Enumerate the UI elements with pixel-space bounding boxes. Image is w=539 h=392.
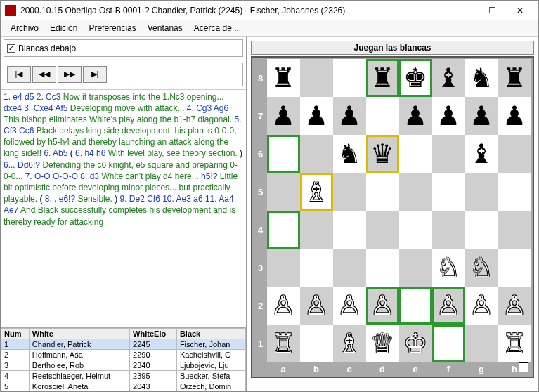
square-b4[interactable] <box>300 211 333 249</box>
square-c1[interactable]: ♗ <box>333 325 366 362</box>
nav-next-button[interactable]: ▶▶ <box>58 66 82 83</box>
piece-wp[interactable]: ♙ <box>370 292 394 319</box>
table-row[interactable]: 3Bertholee, Rob2340Ljubojevic, Lju <box>1 360 246 371</box>
square-f4[interactable] <box>432 211 465 249</box>
square-b6[interactable] <box>300 135 333 173</box>
square-c4[interactable] <box>333 211 366 249</box>
square-h6[interactable] <box>498 135 531 173</box>
piece-bn[interactable]: ♞ <box>469 65 493 91</box>
square-f1[interactable] <box>432 325 465 362</box>
piece-wr[interactable]: ♖ <box>502 330 526 357</box>
table-row[interactable]: 2Hoffmann, Asa2290Kacheishvili, G <box>1 350 246 360</box>
piece-bb[interactable]: ♝ <box>436 65 460 91</box>
piece-bp[interactable]: ♟ <box>271 103 295 129</box>
move-text[interactable]: 6. Ab5 <box>44 148 67 158</box>
square-d3[interactable] <box>366 249 399 287</box>
table-header[interactable]: White <box>29 329 129 339</box>
square-d7[interactable] <box>366 97 399 135</box>
piece-br[interactable]: ♜ <box>271 65 295 91</box>
menu-archivo[interactable]: Archivo <box>6 22 43 34</box>
minimize-button[interactable]: ― <box>450 2 478 19</box>
move-text[interactable]: 6... Dd6!? <box>4 160 42 170</box>
menu-acerca[interactable]: Acerca de ... <box>190 22 245 34</box>
square-a6[interactable] <box>267 135 300 173</box>
square-e3[interactable] <box>399 249 432 287</box>
games-table[interactable]: NumWhiteWhiteEloBlack1Chandler, Patrick2… <box>1 327 246 392</box>
square-f8[interactable]: ♝ <box>432 59 465 97</box>
piece-wr[interactable]: ♖ <box>271 330 295 357</box>
square-h1[interactable]: ♖ <box>498 325 531 362</box>
square-c5[interactable] <box>333 173 366 211</box>
square-g8[interactable]: ♞ <box>465 59 498 97</box>
square-g2[interactable]: ♙ <box>465 287 498 325</box>
menu-preferencias[interactable]: Preferencias <box>84 22 140 34</box>
table-row[interactable]: 5Korosciel, Aneta2043Orzech, Domin <box>1 381 246 392</box>
square-a2[interactable]: ♙ <box>267 287 300 325</box>
square-f7[interactable]: ♟ <box>432 97 465 135</box>
square-b2[interactable]: ♙ <box>300 287 333 325</box>
square-g4[interactable] <box>465 211 498 249</box>
square-b7[interactable]: ♟ <box>300 97 333 135</box>
square-f6[interactable] <box>432 135 465 173</box>
square-c3[interactable] <box>333 249 366 287</box>
square-e4[interactable] <box>399 211 432 249</box>
piece-wp[interactable]: ♙ <box>469 292 493 319</box>
table-row[interactable]: 4Reefschlaeger, Helmut2395Buecker, Stefa <box>1 371 246 381</box>
white-below-checkbox[interactable]: ✓ Blancas debajo <box>7 44 76 53</box>
piece-bb[interactable]: ♝ <box>469 141 493 167</box>
square-a4[interactable] <box>267 211 300 249</box>
square-a8[interactable]: ♜ <box>267 59 300 97</box>
square-c6[interactable]: ♞ <box>333 135 366 173</box>
piece-bp[interactable]: ♟ <box>337 103 361 129</box>
square-d8[interactable]: ♜ <box>366 59 399 97</box>
square-e6[interactable] <box>399 135 432 173</box>
square-c7[interactable]: ♟ <box>333 97 366 135</box>
piece-wp[interactable]: ♙ <box>304 292 328 319</box>
square-h5[interactable] <box>498 173 531 211</box>
piece-bp[interactable]: ♟ <box>502 103 526 129</box>
square-e2[interactable] <box>399 287 432 325</box>
square-a5[interactable] <box>267 173 300 211</box>
square-a7[interactable]: ♟ <box>267 97 300 135</box>
square-d4[interactable] <box>366 211 399 249</box>
square-g3[interactable]: ♘ <box>465 249 498 287</box>
square-b1[interactable] <box>300 325 333 362</box>
square-h4[interactable] <box>498 211 531 249</box>
piece-bp[interactable]: ♟ <box>304 103 328 129</box>
square-h3[interactable] <box>498 249 531 287</box>
square-f5[interactable] <box>432 173 465 211</box>
nav-last-button[interactable]: ▶| <box>83 66 107 83</box>
square-e7[interactable]: ♟ <box>399 97 432 135</box>
piece-wp[interactable]: ♙ <box>337 292 361 319</box>
moves-panel[interactable]: 1. e4 d5 2. Cc3 Now it transposes into t… <box>1 89 246 328</box>
move-text[interactable]: 1. e4 d5 2. Cc3 <box>4 92 63 102</box>
piece-wn[interactable]: ♘ <box>436 254 460 281</box>
piece-wb[interactable]: ♗ <box>337 330 361 357</box>
square-e8[interactable]: ♚ <box>399 59 432 97</box>
square-d2[interactable]: ♙ <box>366 287 399 325</box>
square-h7[interactable]: ♟ <box>498 97 531 135</box>
piece-bp[interactable]: ♟ <box>469 103 493 129</box>
nav-prev-button[interactable]: ◀◀ <box>32 66 56 83</box>
square-f2[interactable]: ♙ <box>432 287 465 325</box>
piece-wk[interactable]: ♔ <box>403 330 427 357</box>
square-d1[interactable]: ♕ <box>366 325 399 362</box>
piece-bn[interactable]: ♞ <box>337 141 361 167</box>
piece-bk[interactable]: ♚ <box>403 65 427 91</box>
move-text[interactable]: 8... e6!? <box>45 194 78 204</box>
nav-first-button[interactable]: |◀ <box>7 66 31 83</box>
piece-wb[interactable]: ♗ <box>304 178 328 205</box>
move-text[interactable]: h5!? <box>201 171 220 181</box>
piece-wp[interactable]: ♙ <box>271 292 295 319</box>
square-g5[interactable] <box>465 173 498 211</box>
menu-ventanas[interactable]: Ventanas <box>143 22 187 34</box>
square-c2[interactable]: ♙ <box>333 287 366 325</box>
table-header[interactable]: Num <box>1 329 30 339</box>
square-b8[interactable] <box>300 59 333 97</box>
close-button[interactable]: ✕ <box>506 2 534 19</box>
square-g1[interactable] <box>465 325 498 362</box>
square-b5[interactable]: ♗ <box>300 173 333 211</box>
piece-bp[interactable]: ♟ <box>403 103 427 129</box>
square-d5[interactable] <box>366 173 399 211</box>
square-h8[interactable]: ♜ <box>498 59 531 97</box>
